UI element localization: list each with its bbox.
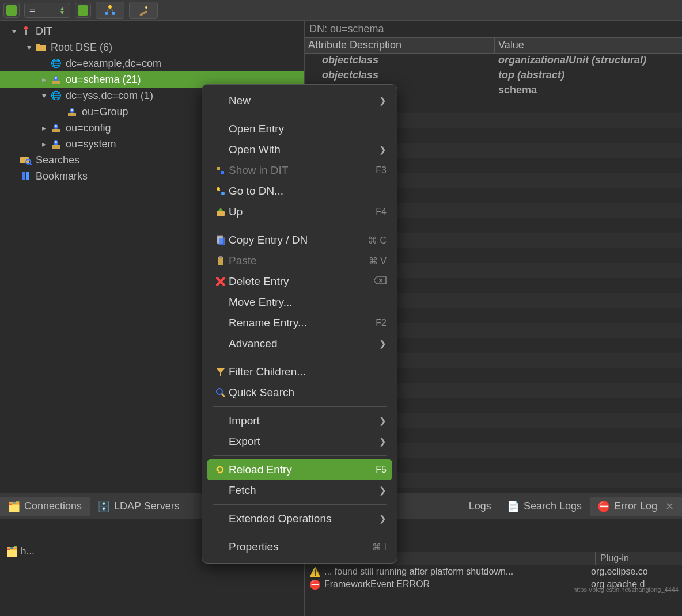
menu-item-go-to-dn[interactable]: Go to DN... <box>202 181 397 201</box>
close-icon[interactable]: ✕ <box>665 500 674 513</box>
chevron-right-icon: ❯ <box>379 436 387 447</box>
errorlog-icon: ⛔ <box>598 501 609 512</box>
menu-item-copy-entry-dn[interactable]: Copy Entry / DN⌘ C <box>202 230 397 250</box>
menu-item-rename-entry[interactable]: Rename Entry...F2 <box>202 313 397 333</box>
dit-icon <box>20 25 32 37</box>
menu-item-import[interactable]: Import❯ <box>202 410 397 431</box>
svg-rect-23 <box>20 157 29 163</box>
toolbar-btn-hierarchy[interactable] <box>96 2 124 19</box>
svg-rect-20 <box>52 145 60 149</box>
toolbar-dropdown-1[interactable] <box>3 3 20 18</box>
tree-item-label: DIT <box>36 25 52 37</box>
log-header-plugin[interactable]: Plug-in <box>596 552 682 565</box>
attribute-header: Attribute Description Value <box>305 37 682 54</box>
tree-item-label: Bookmarks <box>36 170 88 182</box>
attr-header-desc[interactable]: Attribute Description <box>305 38 495 53</box>
menu-item-label: Advanced <box>229 337 379 350</box>
goto-icon <box>213 186 229 196</box>
tab-ldap-servers[interactable]: 🗄️LDAP Servers <box>90 497 188 516</box>
tab-error-log[interactable]: ⛔Error Log✕ <box>590 497 682 516</box>
dit-small-icon <box>213 165 229 176</box>
tree-item-label: ou=config <box>66 122 111 134</box>
svg-rect-28 <box>217 167 220 170</box>
menu-item-reload-entry[interactable]: Reload EntryF5 <box>207 459 392 480</box>
menu-item-label: Show in DIT <box>229 164 376 177</box>
menu-item-label: Fetch <box>229 484 379 497</box>
svg-point-16 <box>71 109 73 111</box>
attr-header-value[interactable]: Value <box>495 38 682 53</box>
toolbar-dropdown-2[interactable] <box>75 3 91 18</box>
person-icon <box>50 138 62 150</box>
search-folder-icon <box>20 154 32 166</box>
tree-item-label: Searches <box>36 154 79 166</box>
menu-item-paste: Paste⌘ V <box>202 250 397 271</box>
tab-connections[interactable]: 🗂️Connections <box>0 497 90 516</box>
ldap-icon: 🗄️ <box>98 501 109 512</box>
svg-point-19 <box>55 125 57 127</box>
tab-search-logs[interactable]: 📄Search Logs <box>499 497 590 516</box>
svg-point-22 <box>55 141 57 143</box>
tree-item[interactable]: ▾DIT <box>0 23 304 39</box>
svg-rect-5 <box>139 10 147 16</box>
tree-item[interactable]: ▾Root DSE (6) <box>0 39 304 55</box>
svg-point-37 <box>217 389 222 394</box>
toolbar-btn-wand[interactable] <box>129 2 158 19</box>
tab-logs[interactable]: Logs <box>461 497 499 516</box>
svg-line-38 <box>222 394 225 397</box>
menu-item-export[interactable]: Export❯ <box>202 431 397 452</box>
person-icon <box>50 73 62 86</box>
chevron-right-icon[interactable]: ▸ <box>38 139 50 149</box>
menu-separator <box>213 406 387 407</box>
menu-item-label: Properties <box>229 541 372 553</box>
svg-rect-11 <box>52 81 60 84</box>
menu-item-move-entry[interactable]: Move Entry... <box>202 292 397 313</box>
menu-shortcut: ⌘ V <box>369 256 387 267</box>
svg-rect-32 <box>217 211 225 216</box>
svg-point-13 <box>55 77 57 79</box>
menu-item-extended-operations[interactable]: Extended Operations❯ <box>202 508 397 529</box>
attribute-row[interactable]: objectclassorganizationalUnit (structura… <box>305 54 682 69</box>
menu-item-delete-entry[interactable]: Delete Entry <box>202 271 397 292</box>
chevron-down-icon[interactable]: ▾ <box>23 43 35 52</box>
menu-item-open-entry[interactable]: Open Entry <box>202 119 397 139</box>
attr-value: schema <box>495 83 682 98</box>
tree-item-label: dc=example,dc=com <box>66 58 161 70</box>
chevron-down-icon[interactable]: ▾ <box>8 26 20 36</box>
menu-item-advanced[interactable]: Advanced❯ <box>202 333 397 354</box>
log-row[interactable]: ⚠️ ... found still running after platfor… <box>305 565 682 578</box>
menu-item-quick-search[interactable]: Quick Search <box>202 382 397 403</box>
menu-separator <box>213 504 387 505</box>
menu-item-filter-children[interactable]: Filter Children... <box>202 362 397 382</box>
menu-item-label: Paste <box>229 254 369 267</box>
tab-label: LDAP Servers <box>114 500 180 512</box>
menu-item-label: Up <box>229 206 376 218</box>
chevron-down-icon[interactable]: ▾ <box>38 91 50 100</box>
menu-item-fetch[interactable]: Fetch❯ <box>202 480 397 501</box>
quicksearch-icon <box>213 387 229 398</box>
menu-item-label: Open With <box>229 143 379 156</box>
attr-value: organizationalUnit (structural) <box>495 54 682 69</box>
svg-point-2 <box>112 12 115 15</box>
menu-item-up[interactable]: UpF4 <box>202 201 397 222</box>
tab-label: Search Logs <box>524 500 582 512</box>
svg-rect-36 <box>219 256 222 258</box>
chevron-right-icon: ❯ <box>379 339 387 349</box>
tree-item-label: ou=schema (21) <box>66 74 141 86</box>
backspace-icon <box>374 276 387 287</box>
tree-item[interactable]: •🌐dc=example,dc=com <box>0 55 304 71</box>
tree-item-label: ou=Group <box>82 106 128 118</box>
attr-name: objectclass <box>305 54 495 69</box>
svg-rect-10 <box>36 44 40 46</box>
toolbar-operator-select[interactable]: =▲▼ <box>24 3 70 18</box>
menu-item-properties[interactable]: Properties⌘ I <box>202 537 397 557</box>
menu-item-new[interactable]: New❯ <box>202 90 397 111</box>
chevron-right-icon[interactable]: ▸ <box>38 75 50 84</box>
menu-separator <box>213 115 387 115</box>
context-menu: New❯Open EntryOpen With❯Show in DITF3Go … <box>202 84 397 564</box>
chevron-right-icon[interactable]: ▸ <box>38 123 50 132</box>
menu-item-open-with[interactable]: Open With❯ <box>202 139 397 160</box>
connection-item[interactable]: h... <box>21 546 35 557</box>
chevron-right-icon: ❯ <box>379 96 387 106</box>
attribute-row[interactable]: objectclasstop (abstract) <box>305 69 682 83</box>
menu-shortcut: F3 <box>376 165 387 176</box>
